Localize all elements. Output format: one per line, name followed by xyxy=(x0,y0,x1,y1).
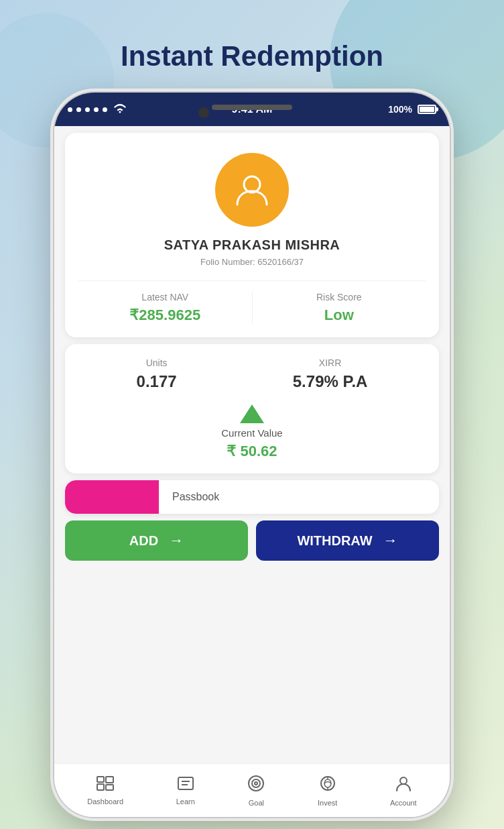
phone-camera xyxy=(198,107,209,118)
withdraw-button-label: WITHDRAW xyxy=(297,533,372,549)
battery-fill xyxy=(420,107,434,112)
risk-score-label: Risk Score xyxy=(316,292,362,302)
dashboard-icon xyxy=(97,776,114,795)
passbook-section: Passbook xyxy=(65,480,439,514)
folio-number: Folio Number: 6520166/37 xyxy=(200,257,304,267)
passbook-tab[interactable] xyxy=(65,480,159,514)
latest-nav-item: Latest NAV ₹285.9625 xyxy=(78,292,253,324)
svg-rect-2 xyxy=(97,784,104,790)
bottom-nav: Dashboard Learn xyxy=(54,763,450,817)
invest-icon xyxy=(319,775,336,796)
units-label: Units xyxy=(146,357,168,368)
latest-nav-label: Latest NAV xyxy=(141,292,188,302)
learn-label: Learn xyxy=(176,797,195,806)
withdraw-button[interactable]: WITHDRAW → xyxy=(256,520,439,561)
svg-point-12 xyxy=(324,779,331,787)
svg-point-9 xyxy=(252,779,260,787)
action-buttons: ADD → WITHDRAW → xyxy=(65,520,439,561)
risk-score-value: Low xyxy=(324,307,354,324)
svg-rect-5 xyxy=(178,777,193,789)
goal-label: Goal xyxy=(249,799,264,807)
learn-icon xyxy=(177,776,194,795)
battery-icon xyxy=(418,105,436,114)
signal-dot-3 xyxy=(85,107,90,112)
phone-top-bar xyxy=(212,105,292,110)
nav-info-row: Latest NAV ₹285.9625 Risk Score Low xyxy=(78,280,426,324)
user-name: SATYA PRAKASH MISHRA xyxy=(164,237,340,253)
risk-score-item: Risk Score Low xyxy=(253,292,426,324)
profile-card: SATYA PRAKASH MISHRA Folio Number: 65201… xyxy=(65,133,439,337)
svg-point-15 xyxy=(400,777,407,784)
svg-point-8 xyxy=(249,776,263,791)
signal-area xyxy=(68,104,126,115)
signal-dot-1 xyxy=(68,107,72,112)
add-button[interactable]: ADD → xyxy=(65,520,248,561)
units-item: Units 0.177 xyxy=(137,357,177,391)
current-value-amount: ₹ 50.62 xyxy=(227,443,277,460)
xirr-label: XIRR xyxy=(319,357,341,368)
app-content: SATYA PRAKASH MISHRA Folio Number: 65201… xyxy=(54,126,450,817)
latest-nav-value: ₹285.9625 xyxy=(129,307,200,324)
wifi-icon xyxy=(114,104,126,115)
account-label: Account xyxy=(390,799,417,807)
avatar xyxy=(215,153,289,227)
account-icon xyxy=(395,775,412,796)
battery-area: 100% xyxy=(388,104,436,115)
nav-invest[interactable]: Invest xyxy=(318,775,337,807)
phone-frame: 9:41 AM 100% SATYA PRAKASH MISHRA Folio … xyxy=(54,93,450,817)
signal-dot-4 xyxy=(94,107,99,112)
withdraw-arrow-icon: → xyxy=(383,532,398,549)
nav-learn[interactable]: Learn xyxy=(176,776,195,806)
current-value-label: Current Value xyxy=(221,427,282,439)
svg-rect-1 xyxy=(97,777,104,782)
svg-rect-3 xyxy=(106,777,113,783)
current-value-section: Current Value ₹ 50.62 xyxy=(78,404,426,460)
page-title: Instant Redemption xyxy=(121,40,383,72)
add-arrow-icon: → xyxy=(169,532,184,549)
dashboard-label: Dashboard xyxy=(87,797,123,806)
stats-row: Units 0.177 XIRR 5.79% P.A xyxy=(78,357,426,391)
stats-card: Units 0.177 XIRR 5.79% P.A Current Value… xyxy=(65,344,439,474)
arrow-up-icon xyxy=(240,404,264,423)
nav-goal[interactable]: Goal xyxy=(247,775,265,807)
invest-label: Invest xyxy=(318,799,337,807)
nav-dashboard[interactable]: Dashboard xyxy=(87,776,123,806)
passbook-label: Passbook xyxy=(159,491,219,503)
signal-dot-2 xyxy=(76,107,81,112)
xirr-item: XIRR 5.79% P.A xyxy=(293,357,368,391)
svg-point-0 xyxy=(244,176,260,192)
add-button-label: ADD xyxy=(129,533,158,549)
nav-account[interactable]: Account xyxy=(390,775,417,807)
svg-point-10 xyxy=(255,782,257,785)
signal-dot-5 xyxy=(103,107,107,112)
battery-percent: 100% xyxy=(388,104,412,115)
units-value: 0.177 xyxy=(137,372,177,391)
xirr-value: 5.79% P.A xyxy=(293,372,368,391)
svg-rect-4 xyxy=(106,785,113,790)
goal-icon xyxy=(247,775,265,796)
